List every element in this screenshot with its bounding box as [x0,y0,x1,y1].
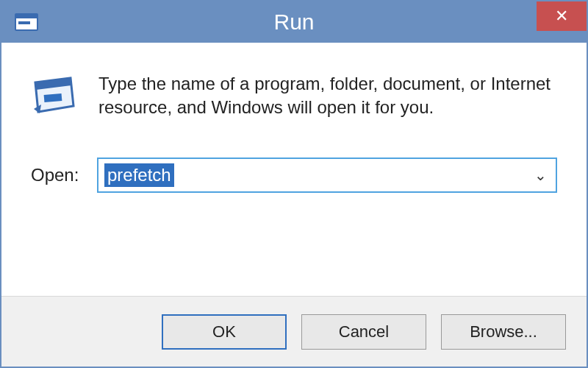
window-title: Run [273,10,314,35]
ok-button[interactable]: OK [162,314,287,350]
cancel-button-label: Cancel [339,322,389,342]
open-input-value: prefetch [104,163,174,188]
run-titlebar-icon [15,12,38,32]
run-dialog-window: Run ✕ Type the name of a program, folder… [0,0,588,368]
description-text: Type the name of a program, folder, docu… [98,72,557,120]
svg-rect-1 [15,14,37,18]
open-input-row: Open: prefetch ⌄ [31,158,557,193]
browse-button[interactable]: Browse... [441,314,566,350]
ok-button-label: OK [212,322,236,342]
run-icon [31,77,78,121]
open-label: Open: [31,165,82,185]
open-combobox[interactable]: prefetch ⌄ [97,158,557,193]
cancel-button[interactable]: Cancel [301,314,426,350]
button-bar: OK Cancel Browse... [1,296,587,367]
svg-rect-5 [44,93,62,102]
close-button[interactable]: ✕ [537,1,587,31]
browse-button-label: Browse... [470,322,537,342]
client-area: Type the name of a program, folder, docu… [1,43,587,296]
chevron-down-icon[interactable]: ⌄ [534,166,547,184]
description-row: Type the name of a program, folder, docu… [31,72,557,121]
titlebar[interactable]: Run ✕ [1,1,587,43]
svg-rect-2 [18,21,30,24]
close-icon: ✕ [555,7,568,26]
